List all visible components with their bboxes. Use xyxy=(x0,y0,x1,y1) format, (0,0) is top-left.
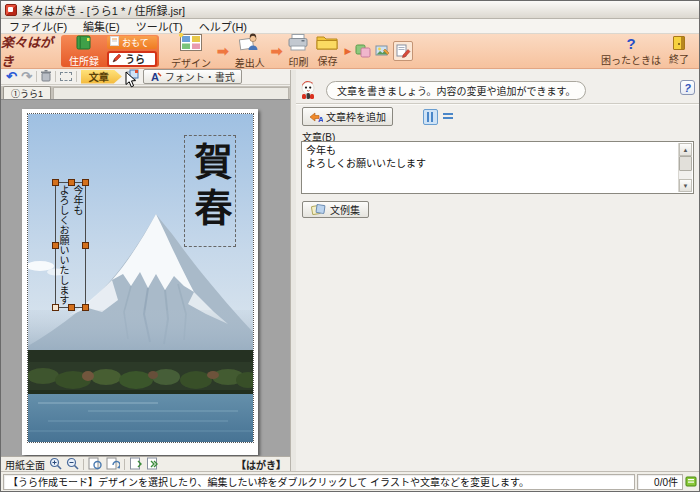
text-mode-tab[interactable]: 文章 xyxy=(81,70,122,84)
scroll-down-button[interactable]: ▼ xyxy=(679,179,692,192)
flow-arrow-icon: ➡ xyxy=(269,43,285,59)
menu-bar: ファイル(F) 編集(E) ツール(T) ヘルプ(H) xyxy=(1,19,699,34)
app-logo: 楽々はがき xyxy=(1,34,59,68)
add-frame-icon: A xyxy=(309,111,323,123)
zoom-out-button[interactable] xyxy=(66,457,79,472)
textarea-scrollbar[interactable]: ▲ ▼ xyxy=(678,143,692,192)
message-text-frame-selected[interactable]: 今年も よろしくお願いいたします xyxy=(55,182,86,308)
zoom-out-icon xyxy=(66,457,79,470)
back-side-button-selected[interactable]: うら xyxy=(107,51,157,67)
delete-button[interactable] xyxy=(41,70,51,84)
scroll-thumb[interactable] xyxy=(679,156,692,171)
main-toolbar: 楽々はがき 住所録 おもて うら xyxy=(1,34,699,69)
add-text-frame-button[interactable]: A 文章枠を追加 xyxy=(302,107,393,126)
full-view-label: 用紙全面 xyxy=(5,457,45,472)
prev-page-button[interactable] xyxy=(129,457,142,472)
print-icon xyxy=(288,34,308,53)
text-tool-button-active[interactable] xyxy=(393,41,413,61)
tab-strip-filler xyxy=(53,87,289,99)
face-toggle: おもて うら xyxy=(107,36,157,67)
font-a-icon: A xyxy=(150,71,162,83)
fit-page-button[interactable] xyxy=(88,457,102,472)
prev-page-icon xyxy=(129,457,142,470)
design-button[interactable]: デザイン xyxy=(167,34,215,68)
resize-handle-e[interactable] xyxy=(82,242,89,249)
save-folder-icon xyxy=(316,34,338,52)
svg-text:A: A xyxy=(151,71,159,83)
greeting-text: 賀春 xyxy=(185,136,235,246)
horizontal-text-icon xyxy=(443,113,453,121)
frame-order-button[interactable] xyxy=(126,69,139,84)
next-page-icon xyxy=(146,457,159,470)
greeting-text-frame[interactable]: 賀春 xyxy=(184,135,236,247)
status-message: 【うら作成モード】デザインを選択したり、編集したい枠をダブルクリックして イラス… xyxy=(3,474,635,490)
postcard[interactable]: 賀春 今年も よろしくお願いいたします xyxy=(22,109,258,455)
illustration-tool-button[interactable] xyxy=(373,41,393,61)
record-count: 0/0件 xyxy=(637,474,683,490)
resize-handle-ne[interactable] xyxy=(82,179,89,186)
resize-handle-nw[interactable] xyxy=(52,179,59,186)
text-edit-icon xyxy=(395,44,411,58)
trash-icon xyxy=(41,70,51,82)
next-page-button[interactable] xyxy=(146,457,159,472)
panel-help-button[interactable]: ? xyxy=(680,80,695,95)
sender-button[interactable]: 差出人 xyxy=(231,34,269,68)
zoom-in-button[interactable] xyxy=(49,457,62,472)
text-editor-box: 今年も よろしくお願いいたします ▲ ▼ xyxy=(301,141,694,194)
scroll-up-button[interactable]: ▲ xyxy=(679,143,692,156)
fit-width-button[interactable] xyxy=(106,457,120,472)
resize-handle-n[interactable] xyxy=(68,179,75,186)
window-title: 楽々はがき - [うら1 * / 住所録.jsr] xyxy=(22,2,185,18)
sender-icon xyxy=(239,33,260,54)
back-pen-icon xyxy=(112,53,122,65)
resize-handle-se[interactable] xyxy=(82,304,89,311)
message-text: 今年も よろしくお願いいたします xyxy=(56,183,84,307)
illustration-icon xyxy=(375,44,391,58)
vertical-text-toggle-selected[interactable] xyxy=(423,109,438,125)
edit-toolbar: ↶ ↷ 文章 A フォント・書式 xyxy=(1,69,290,85)
page-tab-strip: ①うら1 xyxy=(1,86,290,99)
frame-order-icon xyxy=(126,69,139,82)
flow-arrow-icon: ➡ xyxy=(215,43,231,59)
svg-text:A: A xyxy=(318,115,323,123)
zoom-in-icon xyxy=(49,457,62,470)
status-bar: 【うら作成モード】デザインを選択したり、編集したい枠をダブルクリックして イラス… xyxy=(1,471,699,491)
guide-bubble: 文章を書きましょう。内容の変更や追加ができます。 xyxy=(326,81,586,100)
undo-button[interactable]: ↶ xyxy=(6,70,17,83)
print-button[interactable]: 印刷 xyxy=(284,34,312,68)
address-book-icon xyxy=(75,35,93,52)
paper-type-label: 【はがき】 xyxy=(236,457,286,472)
select-frame-button[interactable] xyxy=(60,72,72,81)
mascot-icon xyxy=(300,79,320,101)
fit-page-icon xyxy=(88,457,102,470)
font-format-button[interactable]: A フォント・書式 xyxy=(143,69,242,84)
sample-phrases-button[interactable]: 文例集 xyxy=(302,201,369,218)
help-button[interactable]: ? 困ったときは xyxy=(597,34,665,68)
fit-width-icon xyxy=(106,457,120,470)
resize-handle-sw[interactable] xyxy=(52,304,59,311)
design-canvas: 賀春 今年も よろしくお願いいたします xyxy=(1,99,290,456)
redo-button[interactable]: ↷ xyxy=(21,70,32,83)
app-icon xyxy=(5,4,17,16)
exit-door-icon xyxy=(673,36,685,50)
layers-icon xyxy=(355,44,371,58)
menu-edit[interactable]: 編集(E) xyxy=(75,18,128,34)
front-side-button[interactable]: おもて xyxy=(107,36,157,49)
resize-handle-w[interactable] xyxy=(52,242,59,249)
frame-actions-row: A 文章枠を追加 xyxy=(302,107,455,126)
view-toolbar: 用紙全面 【はがき】 xyxy=(1,456,290,472)
address-book-button[interactable]: 住所録 xyxy=(63,35,105,68)
vertical-text-icon xyxy=(427,112,435,122)
question-icon: ? xyxy=(626,36,635,51)
address-count-icon xyxy=(685,476,697,487)
page-tab-back1[interactable]: ①うら1 xyxy=(3,86,51,99)
horizontal-text-toggle[interactable] xyxy=(440,109,455,125)
save-button[interactable]: 保存 xyxy=(312,34,342,68)
exit-button[interactable]: 終了 xyxy=(665,34,693,68)
message-textarea[interactable]: 今年も よろしくお願いいたします xyxy=(303,143,677,192)
address-face-group: 住所録 おもて うら xyxy=(61,35,159,67)
resize-handle-s[interactable] xyxy=(68,304,75,311)
layers-tool-button[interactable] xyxy=(353,41,373,61)
app-window: 楽々はがき - [うら1 * / 住所録.jsr] ファイル(F) 編集(E) … xyxy=(0,0,700,492)
front-page-icon xyxy=(110,36,119,48)
